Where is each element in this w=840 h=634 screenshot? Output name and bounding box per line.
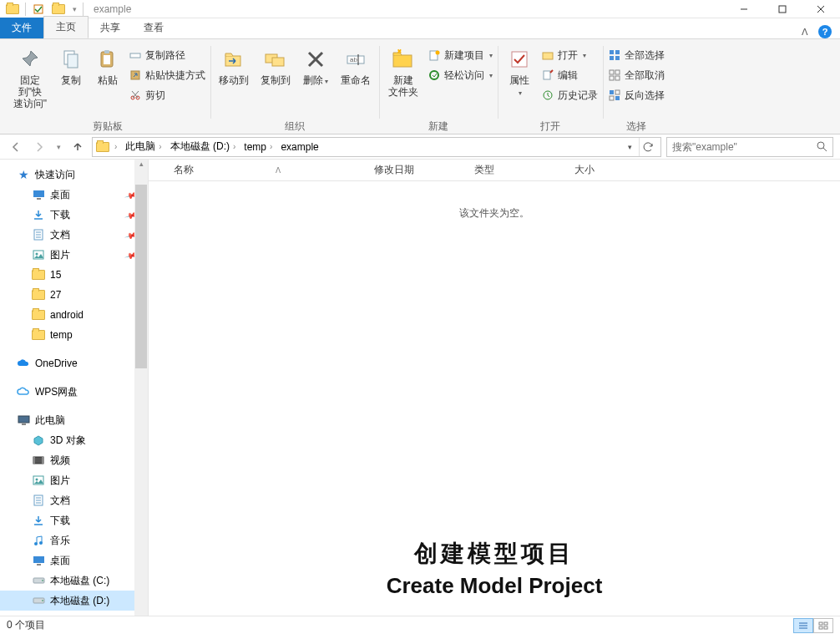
- back-button[interactable]: [7, 138, 25, 156]
- forward-button[interactable]: [30, 138, 48, 156]
- tab-share[interactable]: 共享: [89, 18, 132, 38]
- pin-quick-access-button[interactable]: 固定到"快 速访问": [10, 43, 50, 109]
- help-icon[interactable]: ?: [818, 25, 832, 38]
- maximize-button[interactable]: [763, 0, 802, 18]
- invert-selection-button[interactable]: 反向选择: [608, 86, 665, 104]
- svg-rect-40: [615, 76, 620, 80]
- select-none-button[interactable]: 全部取消: [608, 66, 665, 84]
- star-icon: ★: [17, 168, 30, 181]
- music-icon: [32, 534, 45, 547]
- col-modified[interactable]: 修改日期: [366, 163, 466, 177]
- download-icon: [32, 514, 45, 527]
- nav-quick-access[interactable]: ★快速访问: [0, 165, 148, 185]
- new-item-button[interactable]: 新建项目▾: [428, 46, 493, 64]
- svg-rect-34: [615, 50, 620, 54]
- label: 图片: [50, 474, 70, 488]
- ribbon-collapse-icon[interactable]: ᐱ: [802, 27, 808, 38]
- search-input[interactable]: [672, 141, 813, 153]
- details-view-button[interactable]: [793, 618, 813, 633]
- cut-button[interactable]: 剪切: [129, 86, 205, 104]
- close-button[interactable]: [802, 0, 840, 18]
- cloud-icon: [17, 357, 30, 370]
- paste-icon: [94, 46, 121, 73]
- minimize-button[interactable]: [725, 0, 763, 18]
- nav-quick-item[interactable]: android: [0, 305, 148, 325]
- folder-qat-button[interactable]: [49, 1, 68, 18]
- label: temp: [50, 329, 73, 341]
- copy-to-button[interactable]: 复制到: [257, 43, 294, 86]
- nav-quick-item[interactable]: 桌面📌: [0, 185, 148, 205]
- nav-quick-item[interactable]: 图片📌: [0, 245, 148, 265]
- nav-this-pc[interactable]: 此电脑: [0, 410, 148, 430]
- paste-button[interactable]: 粘贴: [92, 43, 124, 86]
- recent-dropdown[interactable]: ▾: [53, 138, 63, 156]
- rename-icon: ab: [342, 46, 369, 73]
- nav-quick-item[interactable]: 27: [0, 285, 148, 305]
- svg-rect-8: [104, 50, 109, 53]
- edit-icon: [541, 68, 554, 82]
- nav-pc-item[interactable]: 视频: [0, 450, 148, 470]
- delete-button[interactable]: 删除▾: [299, 43, 332, 88]
- nav-quick-item[interactable]: temp: [0, 325, 148, 345]
- easy-access-button[interactable]: 轻松访问▾: [428, 66, 493, 84]
- up-button[interactable]: [68, 138, 87, 156]
- breadcrumb-temp[interactable]: temp›: [240, 141, 276, 153]
- nav-pc-item[interactable]: 本地磁盘 (D:): [0, 591, 148, 611]
- scrollbar-thumb[interactable]: [135, 185, 147, 368]
- nav-pc-item[interactable]: 下载: [0, 510, 148, 530]
- col-size[interactable]: 大小: [566, 163, 603, 177]
- svg-rect-81: [819, 626, 822, 629]
- qat-dropdown[interactable]: ▾: [69, 1, 79, 18]
- address-bar[interactable]: › 此电脑› 本地磁盘 (D:)› temp› example ▾: [92, 137, 661, 157]
- svg-rect-79: [819, 622, 822, 625]
- history-button[interactable]: 历史记录: [541, 86, 598, 104]
- properties-qat-button[interactable]: [29, 1, 48, 18]
- nav-pc-item[interactable]: 3D 对象: [0, 430, 148, 450]
- folder-icon[interactable]: [3, 1, 22, 18]
- breadcrumb-thispc[interactable]: 此电脑›: [122, 139, 164, 154]
- nav-pc-item[interactable]: 桌面: [0, 550, 148, 571]
- label: 下载: [50, 208, 70, 222]
- label: 视频: [50, 454, 70, 468]
- breadcrumb-example[interactable]: example: [277, 141, 321, 153]
- edit-button[interactable]: 编辑: [541, 66, 598, 84]
- rename-button[interactable]: ab 重命名: [337, 43, 374, 86]
- copy-path-button[interactable]: 复制路径: [129, 46, 205, 64]
- nav-quick-item[interactable]: 15: [0, 265, 148, 285]
- tab-home[interactable]: 主页: [43, 16, 89, 38]
- scrollbar[interactable]: ▴: [134, 160, 148, 616]
- move-to-button[interactable]: 移动到: [215, 43, 252, 86]
- window-controls: [725, 0, 840, 18]
- select-all-button[interactable]: 全部选择: [608, 46, 665, 64]
- nav-onedrive[interactable]: OneDrive: [0, 353, 148, 373]
- tab-file[interactable]: 文件: [0, 18, 43, 38]
- open-button[interactable]: 打开▾: [541, 46, 598, 64]
- nav-wps[interactable]: WPS网盘: [0, 382, 148, 402]
- refresh-button[interactable]: [639, 138, 657, 156]
- nav-pc-item[interactable]: 文档: [0, 490, 148, 510]
- content-pane: 名称ᐱ 修改日期 类型 大小 该文件夹为空。 创建模型项目 Create Mod…: [149, 160, 840, 616]
- svg-rect-18: [272, 58, 284, 66]
- breadcrumb-d[interactable]: 本地磁盘 (D:)›: [167, 139, 240, 154]
- col-type[interactable]: 类型: [466, 163, 566, 177]
- tab-view[interactable]: 查看: [132, 18, 175, 38]
- new-folder-button[interactable]: 新建 文件夹: [384, 43, 423, 98]
- properties-button[interactable]: 属性▾: [503, 43, 536, 99]
- svg-rect-38: [615, 70, 620, 74]
- nav-quick-item[interactable]: 文档📌: [0, 225, 148, 245]
- paste-shortcut-button[interactable]: 粘贴快捷方式: [129, 66, 205, 84]
- title-bar: ▾ example: [0, 0, 840, 18]
- pic-icon: [32, 474, 45, 487]
- nav-pc-item[interactable]: 音乐: [0, 530, 148, 550]
- nav-pc-item[interactable]: 图片: [0, 470, 148, 490]
- svg-rect-80: [824, 622, 827, 625]
- nav-quick-item[interactable]: 下载📌: [0, 205, 148, 225]
- nav-pc-item[interactable]: 本地磁盘 (C:): [0, 571, 148, 591]
- thumbnails-view-button[interactable]: [813, 618, 833, 633]
- copy-button[interactable]: 复制: [55, 43, 87, 86]
- address-dropdown[interactable]: ▾: [620, 138, 639, 156]
- search-box[interactable]: [666, 137, 833, 157]
- col-name[interactable]: 名称ᐱ: [149, 163, 366, 177]
- crumb-chevron[interactable]: ›: [111, 142, 120, 151]
- navigation-pane[interactable]: ★快速访问 桌面📌下载📌文档📌图片📌1527androidtemp OneDri…: [0, 160, 149, 616]
